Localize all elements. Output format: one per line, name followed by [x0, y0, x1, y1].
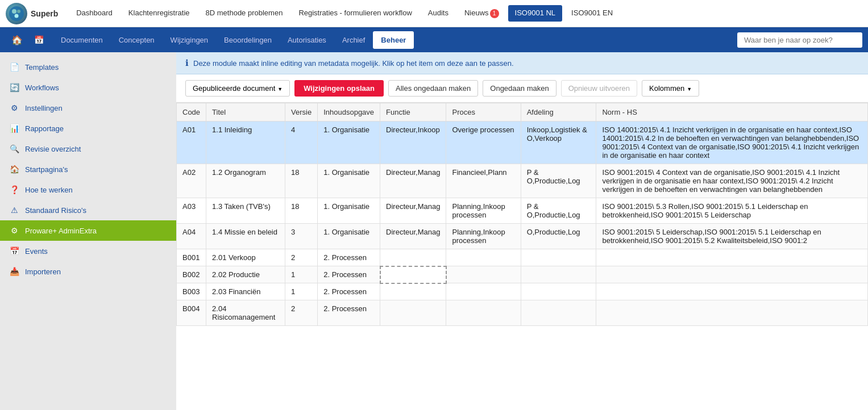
cell-norm[interactable]: ISO 9001:2015\ 4 Context van de organisa… — [596, 164, 868, 198]
cell-proces[interactable]: Planning,Inkoop processen — [446, 198, 521, 224]
table-row[interactable]: B0022.02 Productie12. Processen — [177, 266, 868, 283]
top-nav-item-iso9001-en[interactable]: ISO9001 EN — [564, 5, 620, 22]
cell-functie[interactable]: Directeur,Manag — [380, 198, 446, 224]
cell-inhoudsopgave[interactable]: 2. Processen — [318, 249, 380, 266]
cell-titel[interactable]: 2.01 Verkoop — [206, 249, 285, 266]
cell-functie[interactable] — [380, 283, 446, 300]
cell-proces[interactable] — [446, 266, 521, 283]
sec-nav-item-archief[interactable]: Archief — [334, 31, 373, 49]
top-nav-item-nieuws[interactable]: Nieuws1 — [458, 5, 506, 22]
cell-functie[interactable] — [380, 300, 446, 326]
sidebar-item-rapportage[interactable]: 📊Rapportage — [0, 118, 176, 139]
cell-inhoudsopgave[interactable]: 1. Organisatie — [318, 122, 380, 164]
cell-functie[interactable] — [380, 249, 446, 266]
sidebar-item-importeren[interactable]: 📥Importeren — [0, 261, 176, 282]
cell-norm[interactable]: ISO 9001:2015\ 5.3 Rollen,ISO 9001:2015\… — [596, 198, 868, 224]
cell-afdeling[interactable] — [521, 249, 596, 266]
undo-button[interactable]: Ongedaan maken — [483, 80, 556, 97]
cell-titel[interactable]: 2.02 Productie — [206, 266, 285, 283]
cell-titel[interactable]: 1.2 Organogram — [206, 164, 285, 198]
sidebar-item-events[interactable]: 📅Events — [0, 241, 176, 261]
cell-norm[interactable] — [596, 300, 868, 326]
cell-afdeling[interactable]: Inkoop,Logistiek & O,Verkoop — [521, 122, 596, 164]
cell-functie[interactable]: Directeur,Manag — [380, 164, 446, 198]
cell-proces[interactable]: Planning,Inkoop processen — [446, 224, 521, 249]
table-row[interactable]: A011.1 Inleiding41. OrganisatieDirecteur… — [177, 122, 868, 164]
sec-nav-item-wijzigingen[interactable]: Wijzigingen — [163, 31, 216, 49]
cell-titel[interactable]: 1.4 Missie en beleid — [206, 224, 285, 249]
cell-versie[interactable]: 4 — [285, 122, 318, 164]
cell-titel[interactable]: 1.1 Inleiding — [206, 122, 285, 164]
home-button[interactable]: 🏠 — [6, 30, 28, 50]
cell-versie[interactable]: 3 — [285, 224, 318, 249]
table-row[interactable]: B0012.01 Verkoop22. Processen — [177, 249, 868, 266]
table-row[interactable]: A021.2 Organogram181. OrganisatieDirecte… — [177, 164, 868, 198]
save-button[interactable]: Wijzigingen opslaan — [294, 80, 384, 97]
cell-afdeling[interactable]: P & O,Productie,Log — [521, 164, 596, 198]
sec-nav-item-documenten[interactable]: Documenten — [53, 31, 111, 49]
cell-afdeling[interactable]: O,Productie,Log — [521, 224, 596, 249]
cell-norm[interactable] — [596, 266, 868, 283]
cell-functie[interactable] — [380, 266, 446, 283]
sidebar-item-workflows[interactable]: 🔄Workflows — [0, 77, 176, 98]
cell-afdeling[interactable] — [521, 283, 596, 300]
cell-inhoudsopgave[interactable]: 2. Processen — [318, 283, 380, 300]
cell-inhoudsopgave[interactable]: 2. Processen — [318, 266, 380, 283]
cell-versie[interactable]: 18 — [285, 198, 318, 224]
sidebar-item-standaard-risico-s[interactable]: ⚠Standaard Risico's — [0, 200, 176, 220]
cell-code[interactable]: B003 — [177, 283, 206, 300]
cell-inhoudsopgave[interactable]: 2. Processen — [318, 300, 380, 326]
sidebar-item-proware+-adminextra[interactable]: ⚙Proware+ AdminExtra — [0, 220, 176, 241]
cell-code[interactable]: B001 — [177, 249, 206, 266]
cell-norm[interactable]: ISO 14001:2015\ 4.1 Inzicht verkrijgen i… — [596, 122, 868, 164]
document-type-dropdown[interactable]: Gepubliceerde document — [185, 80, 290, 97]
cell-versie[interactable]: 2 — [285, 300, 318, 326]
cell-functie[interactable]: Directeur,Manag — [380, 224, 446, 249]
cell-afdeling[interactable] — [521, 300, 596, 326]
cell-functie[interactable]: Directeur,Inkoop — [380, 122, 446, 164]
cell-norm[interactable] — [596, 283, 868, 300]
top-nav-item-iso9001-nl[interactable]: ISO9001 NL — [508, 5, 563, 22]
sec-nav-item-autorisaties[interactable]: Autorisaties — [280, 31, 334, 49]
top-nav-item-registraties---formulieren-workflow[interactable]: Registraties - formulieren workflow — [292, 5, 418, 22]
sidebar-item-templates[interactable]: 📄Templates — [0, 57, 176, 77]
undo-all-button[interactable]: Alles ongedaan maken — [388, 80, 478, 97]
search-input[interactable] — [737, 32, 862, 48]
cell-titel[interactable]: 2.03 Financiën — [206, 283, 285, 300]
sidebar-item-instellingen[interactable]: ⚙Instellingen — [0, 98, 176, 118]
cell-proces[interactable] — [446, 283, 521, 300]
cell-proces[interactable] — [446, 249, 521, 266]
sec-nav-item-beheer[interactable]: Beheer — [373, 31, 414, 49]
cell-norm[interactable] — [596, 249, 868, 266]
table-row[interactable]: A031.3 Taken (TVB's)181. OrganisatieDire… — [177, 198, 868, 224]
cell-versie[interactable]: 1 — [285, 266, 318, 283]
top-nav-item-klachtenregistratie[interactable]: Klachtenregistratie — [122, 5, 197, 22]
top-nav-item-dashboard[interactable]: Dashboard — [69, 5, 119, 22]
sidebar-item-hoe-te-werken[interactable]: ❓Hoe te werken — [0, 179, 176, 200]
table-row[interactable]: B0032.03 Financiën12. Processen — [177, 283, 868, 300]
cell-afdeling[interactable]: P & O,Productie,Log — [521, 198, 596, 224]
cell-code[interactable]: A03 — [177, 198, 206, 224]
cell-titel[interactable]: 1.3 Taken (TVB's) — [206, 198, 285, 224]
cell-proces[interactable] — [446, 300, 521, 326]
cell-proces[interactable]: Overige processen — [446, 122, 521, 164]
table-row[interactable]: B0042.04 Risicomanagement22. Processen — [177, 300, 868, 326]
cell-versie[interactable]: 18 — [285, 164, 318, 198]
cell-versie[interactable]: 2 — [285, 249, 318, 266]
cell-versie[interactable]: 1 — [285, 283, 318, 300]
cell-code[interactable]: B004 — [177, 300, 206, 326]
redo-button[interactable]: Opnieuw uitvoeren — [561, 80, 637, 97]
cell-proces[interactable]: Financieel,Plann — [446, 164, 521, 198]
cell-code[interactable]: A01 — [177, 122, 206, 164]
cell-norm[interactable]: ISO 9001:2015\ 5 Leiderschap,ISO 9001:20… — [596, 224, 868, 249]
cell-titel[interactable]: 2.04 Risicomanagement — [206, 300, 285, 326]
cell-inhoudsopgave[interactable]: 1. Organisatie — [318, 164, 380, 198]
cell-afdeling[interactable] — [521, 266, 596, 283]
calendar-button[interactable]: 📅 — [28, 31, 49, 49]
top-nav-item-audits[interactable]: Audits — [421, 5, 455, 22]
cell-code[interactable]: A04 — [177, 224, 206, 249]
table-row[interactable]: A041.4 Missie en beleid31. OrganisatieDi… — [177, 224, 868, 249]
cell-inhoudsopgave[interactable]: 1. Organisatie — [318, 224, 380, 249]
sec-nav-item-concepten[interactable]: Concepten — [111, 31, 163, 49]
cell-code[interactable]: A02 — [177, 164, 206, 198]
